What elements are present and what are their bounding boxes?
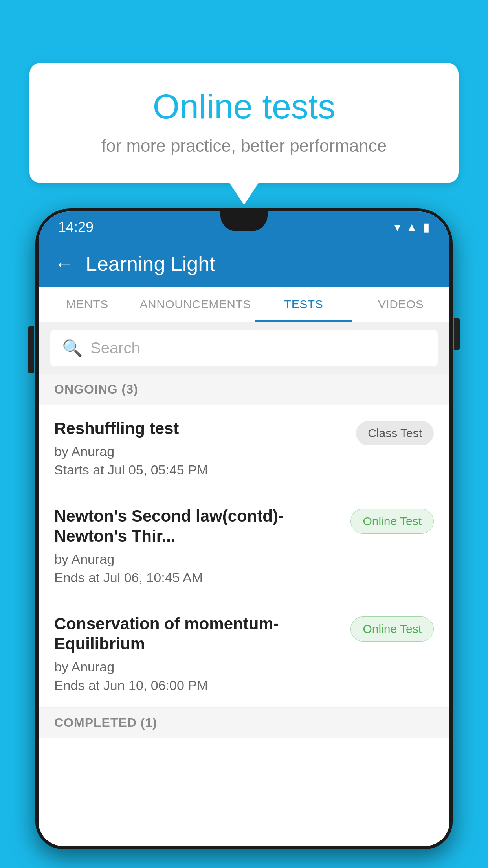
completed-section-header: COMPLETED (1)	[39, 708, 449, 738]
ongoing-section-header: ONGOING (3)	[39, 374, 449, 405]
tab-videos[interactable]: VIDEOS	[352, 287, 449, 322]
promo-bubble: Online tests for more practice, better p…	[29, 63, 459, 183]
test-item-3[interactable]: Conservation of momentum-Equilibrium by …	[39, 600, 449, 708]
tab-announcements[interactable]: ANNOUNCEMENTS	[136, 287, 255, 322]
test-name-1: Reshuffling test	[54, 419, 348, 438]
test-date-1: Starts at Jul 05, 05:45 PM	[54, 462, 348, 478]
status-time: 14:29	[58, 219, 94, 235]
search-placeholder: Search	[90, 339, 140, 357]
search-icon: 🔍	[62, 338, 83, 358]
bubble-subtitle: for more practice, better performance	[61, 136, 427, 156]
app-title: Learning Light	[86, 252, 215, 276]
tab-ments[interactable]: MENTS	[39, 287, 136, 322]
bubble-title: Online tests	[61, 86, 427, 127]
test-item-2[interactable]: Newton's Second law(contd)-Newton's Thir…	[39, 492, 449, 600]
search-container: 🔍 Search	[39, 322, 449, 374]
test-badge-2: Online Test	[350, 509, 434, 534]
back-icon[interactable]: ←	[54, 252, 74, 275]
test-badge-1: Class Test	[356, 421, 434, 445]
test-author-2: by Anurag	[54, 552, 343, 567]
test-list: Reshuffling test by Anurag Starts at Jul…	[39, 405, 449, 846]
search-bar[interactable]: 🔍 Search	[50, 330, 438, 366]
test-name-2: Newton's Second law(contd)-Newton's Thir…	[54, 506, 343, 546]
phone-frame: 14:29 ▾ ▲ ▮ ← Learning Light MENTS ANNOU…	[35, 208, 453, 849]
test-author-1: by Anurag	[54, 444, 348, 459]
test-date-2: Ends at Jul 06, 10:45 AM	[54, 570, 343, 585]
test-info-3: Conservation of momentum-Equilibrium by …	[54, 614, 343, 693]
test-badge-3: Online Test	[350, 616, 434, 642]
test-item-1[interactable]: Reshuffling test by Anurag Starts at Jul…	[39, 405, 449, 492]
test-info-1: Reshuffling test by Anurag Starts at Jul…	[54, 419, 348, 478]
phone-mockup: 14:29 ▾ ▲ ▮ ← Learning Light MENTS ANNOU…	[35, 208, 453, 868]
test-name-3: Conservation of momentum-Equilibrium	[54, 614, 343, 654]
test-date-3: Ends at Jun 10, 06:00 PM	[54, 678, 343, 693]
test-author-3: by Anurag	[54, 659, 343, 675]
bubble-card: Online tests for more practice, better p…	[29, 63, 459, 183]
test-info-2: Newton's Second law(contd)-Newton's Thir…	[54, 506, 343, 585]
tabs-bar: MENTS ANNOUNCEMENTS TESTS VIDEOS	[39, 287, 449, 322]
tab-tests[interactable]: TESTS	[255, 287, 352, 322]
battery-icon: ▮	[423, 220, 430, 234]
wifi-icon: ▾	[394, 220, 400, 234]
app-header: ← Learning Light	[39, 241, 449, 287]
phone-screen: 14:29 ▾ ▲ ▮ ← Learning Light MENTS ANNOU…	[39, 211, 449, 846]
status-icons: ▾ ▲ ▮	[394, 220, 430, 234]
phone-notch	[220, 211, 268, 231]
signal-icon: ▲	[406, 221, 418, 234]
